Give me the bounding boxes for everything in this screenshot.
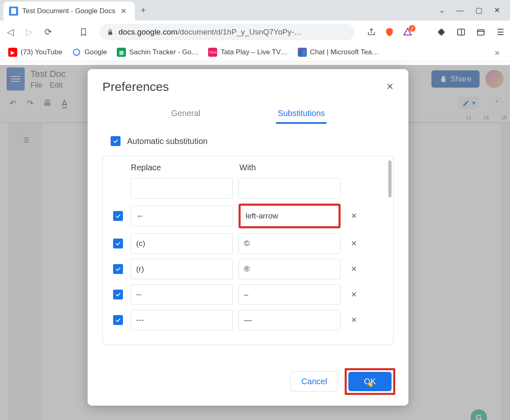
delete-row-icon[interactable]: ✕ [348, 210, 359, 222]
table-row [103, 176, 393, 201]
dialog-title: Preferences [102, 80, 169, 94]
with-input[interactable] [239, 310, 341, 330]
close-window-icon[interactable]: ✕ [494, 6, 500, 15]
scrollbar[interactable] [388, 160, 392, 197]
row-checkbox-slot [111, 211, 125, 221]
close-dialog-icon[interactable]: ✕ [386, 81, 394, 92]
forward-button[interactable]: ▷ [23, 26, 35, 38]
delete-row-icon[interactable]: ✕ [348, 238, 359, 249]
table-row: ✕ [103, 307, 393, 333]
row-checkbox[interactable] [113, 315, 123, 325]
brave-shield-icon[interactable] [384, 27, 395, 37]
svg-point-2 [74, 49, 80, 56]
replace-input[interactable] [131, 259, 233, 279]
replace-input[interactable] [131, 206, 233, 226]
dialog-header: Preferences ✕ [88, 69, 408, 100]
docs-favicon [9, 7, 18, 16]
row-checkbox-slot [111, 239, 125, 248]
row-checkbox[interactable] [113, 211, 123, 221]
sheets-icon: ▦ [117, 48, 126, 57]
bookmark-label: Chat | Microsoft Tea… [310, 48, 379, 56]
with-input[interactable] [239, 204, 341, 228]
table-row: ✕ [103, 231, 393, 256]
close-tab-icon[interactable]: ✕ [118, 7, 129, 16]
extensions-icon[interactable] [436, 27, 447, 37]
with-input[interactable] [239, 284, 341, 305]
table-row: ✕ [103, 282, 393, 307]
row-checkbox[interactable] [113, 264, 123, 274]
tab-substitutions[interactable]: Substitutions [276, 104, 327, 124]
automatic-substitution-checkbox[interactable] [111, 136, 121, 146]
reload-button[interactable]: ⟳ [42, 26, 54, 38]
ok-label: OK [364, 377, 376, 386]
google-icon [72, 48, 81, 57]
address-icons [366, 27, 413, 37]
svg-rect-1 [478, 30, 484, 35]
url-input[interactable]: docs.google.com/document/d/1hP_y_UsnQ7Yo… [100, 24, 355, 40]
cancel-button[interactable]: Cancel [290, 371, 338, 392]
delete-row-icon[interactable]: ✕ [348, 263, 359, 275]
lock-icon [107, 29, 114, 35]
substitutions-table: Replace With ✕✕✕✕✕ [102, 156, 394, 345]
brave-rewards-icon[interactable] [402, 27, 413, 37]
row-checkbox[interactable] [113, 239, 123, 248]
dialog-footer: Cancel OK 👆 [88, 359, 408, 406]
window-controls: ⌄ — ▢ ✕ [439, 6, 510, 15]
minimize-window-icon[interactable]: — [457, 6, 464, 15]
bookmark-label: Sachin Tracker - Go… [129, 48, 198, 56]
bookmark-label: Tata Play – Live TV… [220, 48, 287, 56]
table-row: ✕ [103, 256, 393, 282]
browser-chrome: Test Document - Google Docs ✕ + ⌄ — ▢ ✕ … [0, 0, 510, 62]
bookmark-tata[interactable]: TATA Tata Play – Live TV… [205, 46, 291, 58]
with-input[interactable] [239, 259, 341, 279]
bookmark-icon[interactable] [77, 26, 90, 38]
bookmark-google[interactable]: Google [69, 46, 110, 58]
row-checkbox-slot [111, 315, 125, 325]
share-icon[interactable] [366, 27, 377, 37]
chrome-menu-icon[interactable]: ☰ [495, 27, 506, 37]
browser-tab[interactable]: Test Document - Google Docs ✕ [3, 2, 135, 21]
bookmark-sheets[interactable]: ▦ Sachin Tracker - Go… [114, 46, 202, 58]
youtube-icon: ▶ [8, 48, 17, 57]
bookmark-teams[interactable]: 👥 Chat | Microsoft Tea… [294, 46, 382, 58]
table-row: ✕ [103, 201, 393, 231]
tab-general[interactable]: General [169, 104, 202, 124]
bookmarks-bar: ▶ (73) YouTube Google ▦ Sachin Tracker -… [0, 43, 510, 62]
bookmark-label: Google [84, 48, 107, 56]
bookmarks-overflow-icon[interactable]: » [495, 48, 505, 57]
url-text: docs.google.com/document/d/1hP_y_UsnQ7Yo… [118, 28, 302, 37]
sidepanel-icon[interactable] [456, 27, 466, 37]
bookmark-youtube[interactable]: ▶ (73) YouTube [5, 46, 65, 58]
automatic-substitution-row: Automatic substitution [102, 136, 394, 146]
delete-row-icon[interactable]: ✕ [348, 314, 359, 326]
tab-bar: Test Document - Google Docs ✕ + ⌄ — ▢ ✕ [0, 0, 510, 21]
bookmark-label: (73) YouTube [21, 48, 62, 56]
replace-input[interactable] [131, 284, 233, 305]
row-checkbox[interactable] [113, 290, 123, 299]
address-bar: ◁ ▷ ⟳ docs.google.com/document/d/1hP_y_U… [0, 21, 510, 43]
chrome-menu-icons: ☰ [436, 27, 506, 37]
dialog-body: Automatic substitution Replace With ✕✕✕✕… [88, 124, 408, 359]
back-button[interactable]: ◁ [4, 26, 16, 38]
delete-row-icon[interactable]: ✕ [348, 289, 359, 300]
table-headers: Replace With [103, 156, 393, 176]
row-checkbox-slot [111, 264, 125, 274]
automatic-substitution-label: Automatic substitution [127, 137, 208, 146]
dialog-tabs: General Substitutions [88, 100, 408, 124]
ok-button-highlight: OK 👆 [345, 368, 395, 395]
replace-input[interactable] [131, 233, 233, 254]
replace-input[interactable] [131, 178, 233, 199]
row-checkbox-slot [111, 290, 125, 299]
delete-row-icon [348, 183, 359, 194]
col-with-header: With [239, 163, 341, 172]
teams-icon: 👥 [298, 48, 307, 57]
maximize-window-icon[interactable]: ▢ [475, 6, 482, 15]
with-input[interactable] [239, 233, 341, 254]
replace-input[interactable] [131, 310, 233, 330]
ok-button[interactable]: OK 👆 [348, 372, 392, 391]
with-input[interactable] [239, 178, 341, 199]
new-tab-button[interactable]: + [135, 5, 152, 16]
wallet-icon[interactable] [475, 27, 486, 37]
tabs-chevron-icon[interactable]: ⌄ [439, 6, 445, 15]
preferences-dialog: Preferences ✕ General Substitutions Auto… [88, 69, 408, 406]
